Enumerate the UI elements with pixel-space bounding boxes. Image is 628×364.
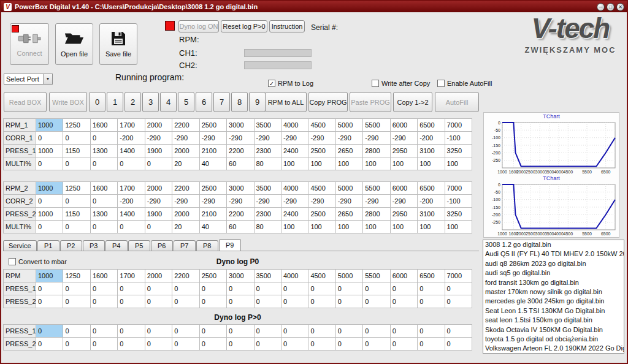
grid-cell[interactable]: 3100 <box>418 208 445 221</box>
grid-cell[interactable]: 6000 <box>390 270 417 282</box>
grid-cell[interactable]: 0 <box>363 282 390 295</box>
grid-cell[interactable]: 0 <box>390 295 417 308</box>
grid-cell[interactable]: 1300 <box>90 208 117 221</box>
grid-cell[interactable]: 0 <box>308 295 335 308</box>
grid-cell[interactable]: 0 <box>363 325 390 338</box>
grid-cell[interactable]: 1600 <box>90 182 117 195</box>
grid-cell[interactable]: 0 <box>90 325 117 338</box>
grid-cell[interactable]: -100 <box>445 195 472 208</box>
grid-cell[interactable]: 0 <box>227 338 254 351</box>
grid-cell[interactable]: 1700 <box>118 270 145 282</box>
grid-cell[interactable]: 0 <box>363 338 390 351</box>
grid-cell[interactable]: 2800 <box>363 208 390 221</box>
file-list-item[interactable]: Skoda Octavia IV 150KM Go Digital.bin <box>483 325 624 335</box>
grid-cell[interactable]: 0 <box>118 295 145 308</box>
file-list-item[interactable]: 3008 1.2 go digital.bin <box>483 240 624 249</box>
grid-cell[interactable]: 4500 <box>308 270 335 282</box>
grid-cell[interactable]: 0 <box>254 325 281 338</box>
grid-cell[interactable]: -200 <box>118 132 145 145</box>
grid-cell[interactable]: 2000 <box>172 208 199 221</box>
grid-cell[interactable]: 1600 <box>90 119 117 132</box>
grid-cell[interactable]: 2000 <box>145 119 172 132</box>
grid-cell[interactable]: 1700 <box>118 182 145 195</box>
tab-p7[interactable]: P7 <box>174 240 196 251</box>
grid-cell[interactable]: -290 <box>335 132 362 145</box>
grid-cell[interactable]: 1900 <box>145 145 172 157</box>
grid-cell[interactable]: -290 <box>172 195 199 208</box>
close-button[interactable]: ✕ <box>616 3 624 11</box>
program-number-button-1[interactable]: 1 <box>107 92 123 112</box>
grid-cell[interactable]: 0 <box>36 195 63 208</box>
grid-cell[interactable]: 20 <box>172 157 199 170</box>
grid-cell[interactable]: 0 <box>90 132 117 145</box>
grid-cell[interactable]: -290 <box>363 132 390 145</box>
grid-cell[interactable]: 0 <box>36 325 63 338</box>
program-number-button-5[interactable]: 5 <box>178 92 194 112</box>
open-file-button[interactable]: Open file <box>55 23 93 65</box>
grid-cell[interactable]: 2200 <box>227 145 254 157</box>
grid-cell[interactable]: 0 <box>390 338 417 351</box>
grid-cell[interactable]: 0 <box>118 157 145 170</box>
grid-cell[interactable]: 0 <box>445 295 472 308</box>
grid-cell[interactable]: -290 <box>308 195 335 208</box>
grid-cell[interactable]: 0 <box>90 157 117 170</box>
grid-cell[interactable]: 100 <box>418 221 445 233</box>
grid-cell[interactable]: 1250 <box>63 270 90 282</box>
grid-cell[interactable]: 0 <box>281 325 308 338</box>
read-box-button[interactable]: Read BOX <box>4 92 47 112</box>
grid-cell[interactable]: -200 <box>118 195 145 208</box>
grid-cell[interactable]: 0 <box>199 282 226 295</box>
grid-cell[interactable]: 0 <box>63 325 90 338</box>
grid-cell[interactable]: 0 <box>445 338 472 351</box>
grid-cell[interactable]: 100 <box>281 157 308 170</box>
program-number-button-3[interactable]: 3 <box>142 92 159 112</box>
grid-cell[interactable]: 0 <box>63 338 90 351</box>
grid-cell[interactable]: 7000 <box>445 119 472 132</box>
grid-cell[interactable]: 2500 <box>199 270 226 282</box>
grid-cell[interactable]: 0 <box>145 221 172 233</box>
grid-cell[interactable]: -200 <box>418 195 445 208</box>
program-number-button-4[interactable]: 4 <box>160 92 177 112</box>
grid-cell[interactable]: 0 <box>145 282 172 295</box>
save-file-button[interactable]: Save file <box>99 23 137 65</box>
grid-cell[interactable]: -290 <box>172 132 199 145</box>
grid-cell[interactable]: 0 <box>90 282 117 295</box>
grid-cell[interactable]: -290 <box>254 132 281 145</box>
grid-cell[interactable]: 7000 <box>445 182 472 195</box>
tab-p3[interactable]: P3 <box>83 240 105 251</box>
grid-cell[interactable]: 0 <box>63 295 90 308</box>
grid-cell[interactable]: 3500 <box>254 119 281 132</box>
grid-cell[interactable]: -100 <box>445 132 472 145</box>
grid-cell[interactable]: 5500 <box>363 119 390 132</box>
instruction-button[interactable]: Instruction <box>269 20 305 32</box>
grid-cell[interactable]: 0 <box>145 157 172 170</box>
grid-cell[interactable]: 7000 <box>445 270 472 282</box>
grid-cell[interactable]: 4000 <box>281 119 308 132</box>
grid-cell[interactable]: 0 <box>418 325 445 338</box>
grid-cell[interactable]: 2300 <box>254 145 281 157</box>
grid-cell[interactable]: 60 <box>227 157 254 170</box>
write-box-button[interactable]: Write BOX <box>49 92 87 112</box>
file-list-item[interactable]: audi sq5 go digital.bin <box>483 268 624 278</box>
grid-cell[interactable]: 2000 <box>172 145 199 157</box>
program-number-button-7[interactable]: 7 <box>213 92 230 112</box>
grid-cell[interactable]: 0 <box>36 132 63 145</box>
grid-cell[interactable]: 0 <box>90 195 117 208</box>
grid-cell[interactable]: 2650 <box>335 208 362 221</box>
grid-cell[interactable]: 4500 <box>308 182 335 195</box>
grid-cell[interactable]: 0 <box>90 295 117 308</box>
grid-cell[interactable]: 2400 <box>281 145 308 157</box>
grid-cell[interactable]: 2800 <box>363 145 390 157</box>
grid-cell[interactable]: 5000 <box>335 270 362 282</box>
grid-cell[interactable]: 0 <box>227 325 254 338</box>
grid-cell[interactable]: 0 <box>199 295 226 308</box>
grid-cell[interactable]: 0 <box>172 282 199 295</box>
grid-cell[interactable]: 1000 <box>36 182 63 195</box>
grid-cell[interactable]: 0 <box>172 338 199 351</box>
grid-cell[interactable]: 1300 <box>90 145 117 157</box>
grid-cell[interactable]: 1400 <box>118 208 145 221</box>
grid-cell[interactable]: -290 <box>254 195 281 208</box>
tab-p6[interactable]: P6 <box>151 240 173 251</box>
grid-cell[interactable]: 0 <box>199 338 226 351</box>
grid-cell[interactable]: -290 <box>308 132 335 145</box>
